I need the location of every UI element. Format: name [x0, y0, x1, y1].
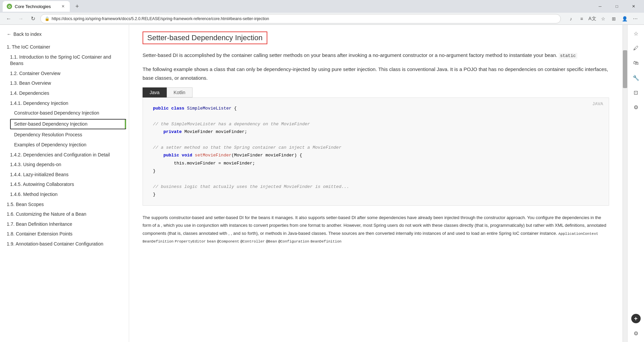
right-panel: ☆ 🖊 🛍 🔧 ⊡ ⚙ + ⚙ [627, 25, 644, 342]
sidebar-item-customizing[interactable]: 1.6. Customizing the Nature of a Bean [0, 209, 129, 219]
url-bar[interactable]: 🔒 https://docs.spring.io/spring-framewor… [40, 14, 561, 23]
translate-icon[interactable]: A文 [588, 14, 597, 23]
content-area: Setter-based Dependency Injection Setter… [129, 25, 623, 342]
read-icon[interactable]: 🖊 [631, 44, 641, 53]
configuration-code: @Configuration [278, 240, 309, 244]
setter-di-label: Setter-based Dependency Injection [14, 121, 88, 127]
sidebar-item-method-injection[interactable]: 1.4.6. Method Injection [0, 190, 129, 200]
code-comment-1: // the SimpleMovieLister has a dependenc… [153, 120, 599, 128]
sidebar-item-autowiring[interactable]: 1.4.5. Autowiring Collaborators [0, 180, 129, 190]
java-tab[interactable]: Java [143, 87, 167, 97]
sidebar-item-ioc-container[interactable]: 1. The IoC Container [0, 42, 129, 52]
profile-icon[interactable]: 👤 [620, 14, 629, 23]
active-indicator [125, 120, 126, 129]
forward-button[interactable]: → [16, 14, 25, 23]
browser-tab[interactable]: ✿ Core Technologies ✕ [3, 1, 70, 12]
code-block: JAVA public class SimpleMovieLister { //… [143, 97, 609, 206]
prop-editor-code: PropertyEditor [175, 240, 206, 244]
bean-def-code: BeanDefinition [143, 240, 173, 244]
back-to-index-label: Back to index [13, 31, 42, 37]
maximize-button[interactable]: □ [609, 1, 625, 12]
back-button[interactable]: ← [4, 14, 13, 23]
static-code: static [559, 53, 577, 59]
controller-code: @Controller [240, 240, 265, 244]
code-line-body: this.movieFinder = movieFinder; [153, 159, 599, 167]
favorites-bar-icon[interactable]: ⊞ [609, 14, 619, 23]
sidebar-item-intro[interactable]: 1.1. Introduction to the Spring IoC Cont… [0, 52, 129, 69]
bean-def-code2: BeanDefinition [311, 240, 341, 244]
copy-icon[interactable]: ⊡ [631, 88, 641, 97]
bean-ann-code: @Bean [266, 240, 277, 244]
tab-title: Core Technologies [15, 4, 51, 9]
code-line-blank-1 [153, 112, 599, 120]
sidebar-item-container-overview[interactable]: 1.2. Container Overview [0, 69, 129, 79]
tools-icon[interactable]: 🔧 [631, 73, 641, 82]
shopping-icon[interactable]: 🛍 [631, 58, 641, 68]
section-title: Setter-based Dependency Injection [143, 31, 267, 44]
code-line-1: public class SimpleMovieLister { [153, 105, 599, 112]
minimize-button[interactable]: ─ [592, 1, 608, 12]
sidebar-item-setter-di[interactable]: Setter-based Dependency Injection [10, 119, 126, 130]
paragraph-2: The following example shows a class that… [143, 65, 609, 82]
sidebar-item-dep-resolution[interactable]: Dependency Resolution Process [0, 130, 129, 140]
code-line-field: private MovieFinder movieFinder; [153, 128, 599, 136]
app-context-code: ApplicationContext [558, 232, 598, 236]
more-button[interactable]: ⋯ [631, 14, 640, 23]
paragraph-3: The supports constructor-based and sette… [143, 214, 609, 245]
back-to-index-link[interactable]: ← Back to index [0, 29, 129, 40]
sidebar-item-ext-points[interactable]: 1.8. Container Extension Points [0, 229, 129, 239]
sidebar-item-bean-overview[interactable]: 1.3. Bean Overview [0, 78, 129, 88]
sidebar-item-dependencies[interactable]: 1.4. Dependencies [0, 88, 129, 98]
window-controls: ─ □ ✕ [592, 1, 641, 12]
sidebar-item-di-examples[interactable]: Examples of Dependency Injection [0, 140, 129, 150]
url-text: https://docs.spring.io/spring-framework/… [52, 16, 269, 21]
kotlin-tab[interactable]: Kotlin [167, 87, 193, 97]
settings-icon[interactable]: ⚙ [631, 102, 641, 112]
sidebar-item-depends-on[interactable]: 1.4.3. Using depends-on [0, 160, 129, 170]
paragraph-1: Setter-based DI is accomplished by the c… [143, 51, 609, 60]
sidebar-item-dep-config[interactable]: 1.4.2. Dependencies and Configuration in… [0, 150, 129, 160]
reader-view-icon[interactable]: ≡ [577, 14, 586, 23]
sidebar-item-bean-scopes[interactable]: 1.5. Bean Scopes [0, 200, 129, 210]
code-line-blank-3 [153, 175, 599, 183]
code-comment-3: // business logic that actually uses the… [153, 183, 599, 191]
new-tab-button[interactable]: + [72, 2, 82, 11]
code-line-blank-2 [153, 136, 599, 144]
add-icon[interactable]: + [631, 314, 641, 323]
sidebar-item-constructor-di[interactable]: Constructor-based Dependency Injection [0, 108, 129, 118]
component-code: @Component [217, 240, 239, 244]
sidebar-item-lazy[interactable]: 1.4.4. Lazy-initialized Beans [0, 170, 129, 180]
sidebar-item-annotation[interactable]: 1.9. Annotation-based Container Configur… [0, 239, 129, 249]
back-arrow-icon: ← [7, 31, 11, 37]
browser-chrome: ✿ Core Technologies ✕ + ─ □ ✕ [0, 0, 644, 13]
code-line-close2: } [153, 191, 599, 198]
sidebar-item-inheritance[interactable]: 1.7. Bean Definition Inheritance [0, 219, 129, 229]
bean-code: bean [207, 240, 216, 244]
sidebar: ← Back to index 1. The IoC Container 1.1… [0, 25, 129, 342]
code-line-close1: } [153, 167, 599, 175]
code-comment-2: // a setter method so that the Spring co… [153, 144, 599, 151]
read-aloud-icon[interactable]: ♪ [566, 14, 576, 23]
tab-favicon: ✿ [7, 4, 12, 9]
address-bar: ← → ↻ 🔒 https://docs.spring.io/spring-fr… [0, 13, 644, 25]
code-language-label: JAVA [593, 100, 603, 108]
more-icon[interactable]: ⚙ [631, 329, 641, 338]
close-button[interactable]: ✕ [626, 1, 641, 12]
code-tabs: Java Kotlin [143, 87, 609, 97]
sidebar-item-di[interactable]: 1.4.1. Dependency Injection [0, 98, 129, 109]
main-layout: ← Back to index 1. The IoC Container 1.1… [0, 25, 644, 342]
code-line-method: public void setMovieFinder(MovieFinder m… [153, 151, 599, 159]
tab-close-button[interactable]: ✕ [60, 4, 66, 9]
favorites-icon[interactable]: ☆ [598, 14, 608, 23]
favorites-panel-icon[interactable]: ☆ [631, 29, 641, 38]
address-bar-icons: ♪ ≡ A文 ☆ ⊞ 👤 ⋯ [566, 14, 640, 23]
lock-icon: 🔒 [45, 16, 50, 21]
refresh-button[interactable]: ↻ [28, 14, 38, 23]
